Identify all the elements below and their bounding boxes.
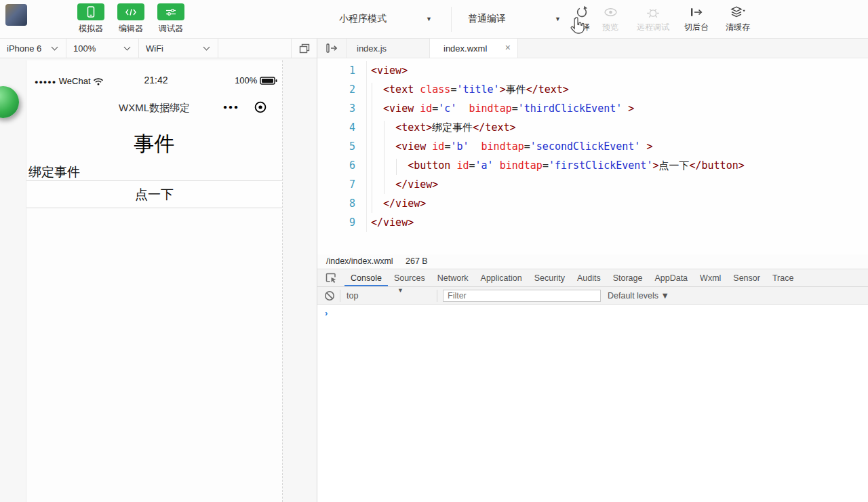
layers-icon xyxy=(718,5,757,20)
network-select[interactable]: WiFi xyxy=(139,39,218,58)
zoom-select[interactable]: 100% xyxy=(66,39,139,58)
clear-console-button[interactable] xyxy=(324,290,335,301)
file-tree-toggle-button[interactable] xyxy=(317,39,347,58)
zoom-select-value: 100% xyxy=(66,43,96,54)
preview-button[interactable]: 预览 xyxy=(591,5,630,33)
mode-select-value: 小程序模式 xyxy=(339,13,387,25)
toolbar-divider xyxy=(451,7,452,32)
tab-index-wxml-label: index.wxml xyxy=(443,43,487,54)
debugger-toggle-button[interactable]: 调试器 xyxy=(151,3,191,35)
code-line[interactable]: 9</view> xyxy=(317,213,868,232)
console-filter-input[interactable] xyxy=(443,290,601,302)
close-icon[interactable]: × xyxy=(505,42,511,53)
line-number: 3 xyxy=(317,99,367,118)
device-select-value: iPhone 6 xyxy=(0,43,41,54)
devtools-tab-sensor[interactable]: Sensor xyxy=(727,270,766,286)
simulator-toggle-button[interactable]: 模拟器 xyxy=(71,3,111,35)
code-line[interactable]: 1<view> xyxy=(317,61,868,80)
sliders-icon xyxy=(157,3,184,20)
toolbar-divider xyxy=(340,290,340,302)
editor-devtools-panel: index.js index.wxml × 1<view>2 <text cla… xyxy=(317,39,868,502)
switch-background-label: 切后台 xyxy=(677,22,716,33)
devtools-tab-trace[interactable]: Trace xyxy=(766,270,800,286)
overlap-windows-icon xyxy=(299,43,310,54)
devtools-tab-audits[interactable]: Audits xyxy=(571,270,607,286)
devtools-tab-application[interactable]: Application xyxy=(475,270,528,286)
preview-label: 预览 xyxy=(591,22,630,33)
line-number: 5 xyxy=(317,137,367,156)
code-line[interactable]: 2 <text class='title'>事件</text> xyxy=(317,80,868,99)
editor-tab-bar: index.js index.wxml × xyxy=(317,39,868,58)
chevron-down-icon xyxy=(52,44,58,51)
line-number: 7 xyxy=(317,175,367,194)
devtools-tab-appdata[interactable]: AppData xyxy=(648,270,694,286)
code-line[interactable]: 4 <text>绑定事件</text> xyxy=(317,118,868,137)
code-line[interactable]: 7 </view> xyxy=(317,175,868,194)
inspect-cursor-icon xyxy=(326,273,337,284)
arrow-from-bar-icon xyxy=(677,5,716,20)
chevron-down-icon: ▼ xyxy=(426,16,432,22)
console-context-dropdown[interactable]: top xyxy=(347,287,437,305)
network-select-value: WiFi xyxy=(139,43,163,54)
toolbar-divider xyxy=(437,290,437,302)
code-line[interactable]: 6 <button id='a' bindtap='firstClickEven… xyxy=(317,156,868,175)
more-menu-icon[interactable]: ●●● xyxy=(223,103,239,111)
editor-toggle-button[interactable]: 编辑器 xyxy=(111,3,151,35)
inspect-element-button[interactable] xyxy=(317,269,344,286)
switch-background-button[interactable]: 切后台 xyxy=(677,5,716,33)
battery-icon xyxy=(260,77,277,85)
block-icon xyxy=(324,290,335,301)
detach-simulator-button[interactable] xyxy=(292,39,317,58)
bug-icon xyxy=(629,5,677,20)
line-number: 1 xyxy=(317,61,367,80)
compile-mode-value: 普通编译 xyxy=(468,13,506,25)
phone-status-bar: ●●●●● WeChat 21:42 100% xyxy=(35,75,277,87)
devtools-tab-storage[interactable]: Storage xyxy=(607,270,649,286)
indent-guide xyxy=(372,83,372,213)
simulator-toggle-label: 模拟器 xyxy=(71,23,111,35)
page-nav-title: WXML数据绑定 xyxy=(26,102,282,115)
recorder-overlay-ball[interactable] xyxy=(0,86,19,118)
chevron-down-icon xyxy=(124,44,131,51)
code-line[interactable]: 8 </view> xyxy=(317,194,868,213)
devtools-tab-console[interactable]: Console xyxy=(344,270,388,286)
user-avatar[interactable] xyxy=(5,4,27,26)
devtools-tab-sources[interactable]: Sources xyxy=(388,270,431,286)
file-size: 267 B xyxy=(406,256,428,266)
device-toolbar: iPhone 6 100% WiFi xyxy=(0,39,317,58)
console-output[interactable]: › xyxy=(317,305,868,502)
debugger-toggle-label: 调试器 xyxy=(151,23,191,35)
console-toolbar: top ▼ Default levels ▼ xyxy=(317,287,868,305)
line-number: 6 xyxy=(317,156,367,175)
clear-cache-button[interactable]: 清缓存 xyxy=(718,5,757,33)
sidebar-expand-icon xyxy=(326,43,338,53)
devtools-tab-network[interactable]: Network xyxy=(431,270,475,286)
editor-toggle-label: 编辑器 xyxy=(111,23,151,35)
device-select[interactable]: iPhone 6 xyxy=(0,39,66,58)
devtools-tab-security[interactable]: Security xyxy=(528,270,571,286)
code-editor[interactable]: 1<view>2 <text class='title'>事件</text>3 … xyxy=(317,58,868,254)
simulator-panel: iPhone 6 100% WiFi ●●●●● WeChat 21:42 xyxy=(0,39,317,502)
file-path: /index/index.wxml xyxy=(326,256,393,266)
log-levels-dropdown[interactable]: Default levels ▼ xyxy=(608,287,669,305)
bind-event-label: 绑定事件 xyxy=(28,163,80,181)
devtools-tab-wxml[interactable]: Wxml xyxy=(694,270,727,286)
device-toolbar-spacer xyxy=(218,39,292,58)
mode-select-dropdown[interactable]: 小程序模式 ▼ xyxy=(339,0,437,38)
exit-circle-icon[interactable] xyxy=(254,101,267,113)
code-line[interactable]: 3 <view id='c' bindtap='thirdClickEvent'… xyxy=(317,99,868,118)
compile-mode-dropdown[interactable]: 普通编译 ▼ xyxy=(468,0,563,38)
code-line[interactable]: 5 <view id='b' bindtap='secondClickEvent… xyxy=(317,137,868,156)
clear-cache-label: 清缓存 xyxy=(718,22,757,33)
battery-indicator: 100% xyxy=(235,75,277,85)
code-icon xyxy=(117,3,144,20)
chevron-down-icon: ▼ xyxy=(555,16,561,22)
tab-index-wxml[interactable]: index.wxml × xyxy=(430,39,518,58)
devtools-tab-bar: ConsoleSourcesNetworkApplicationSecurity… xyxy=(317,269,868,287)
log-levels-value: Default levels ▼ xyxy=(608,291,669,301)
tab-index-js[interactable]: index.js xyxy=(347,39,430,58)
tap-me-button[interactable]: 点一下 xyxy=(26,180,282,208)
remote-debug-button[interactable]: 远程调试 xyxy=(629,5,677,33)
line-number: 2 xyxy=(317,80,367,99)
top-toolbar: 模拟器 编辑器 调试器 小程序模式 ▼ 普通编译 ▼ 编译 预览 xyxy=(0,0,868,39)
